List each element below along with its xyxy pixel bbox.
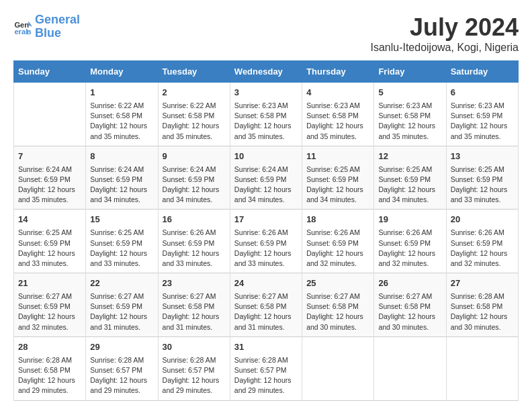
day-info: Sunrise: 6:23 AM Sunset: 6:59 PM Dayligh… xyxy=(451,101,514,142)
day-cell: 13Sunrise: 6:25 AM Sunset: 6:59 PM Dayli… xyxy=(446,146,518,210)
header-wednesday: Wednesday xyxy=(230,61,302,83)
day-cell: 8Sunrise: 6:24 AM Sunset: 6:59 PM Daylig… xyxy=(86,146,158,210)
day-number: 31 xyxy=(234,341,298,354)
day-cell: 21Sunrise: 6:27 AM Sunset: 6:59 PM Dayli… xyxy=(14,273,86,337)
day-number: 19 xyxy=(378,214,441,226)
calendar-header-row: SundayMondayTuesdayWednesdayThursdayFrid… xyxy=(14,61,519,83)
day-number: 11 xyxy=(306,150,369,163)
day-cell: 30Sunrise: 6:28 AM Sunset: 6:57 PM Dayli… xyxy=(158,336,230,400)
day-number: 9 xyxy=(163,150,226,163)
svg-text:eral: eral xyxy=(14,28,28,36)
day-info: Sunrise: 6:26 AM Sunset: 6:59 PM Dayligh… xyxy=(306,228,369,269)
day-info: Sunrise: 6:25 AM Sunset: 6:59 PM Dayligh… xyxy=(18,228,81,269)
day-info: Sunrise: 6:27 AM Sunset: 6:58 PM Dayligh… xyxy=(234,291,298,332)
day-info: Sunrise: 6:26 AM Sunset: 6:59 PM Dayligh… xyxy=(234,228,298,269)
svg-text:B: B xyxy=(27,28,32,36)
day-cell: 1Sunrise: 6:22 AM Sunset: 6:58 PM Daylig… xyxy=(86,83,158,146)
page-header: Gen eral B General Blue July 2024 Isanlu… xyxy=(13,13,519,54)
day-info: Sunrise: 6:28 AM Sunset: 6:58 PM Dayligh… xyxy=(451,291,514,332)
day-info: Sunrise: 6:28 AM Sunset: 6:58 PM Dayligh… xyxy=(18,355,81,396)
day-cell: 5Sunrise: 6:23 AM Sunset: 6:58 PM Daylig… xyxy=(374,83,446,146)
day-info: Sunrise: 6:23 AM Sunset: 6:58 PM Dayligh… xyxy=(306,101,369,142)
logo: Gen eral B General Blue xyxy=(13,13,80,40)
day-cell: 31Sunrise: 6:28 AM Sunset: 6:57 PM Dayli… xyxy=(230,336,302,400)
day-info: Sunrise: 6:25 AM Sunset: 6:59 PM Dayligh… xyxy=(378,165,441,205)
week-row-4: 21Sunrise: 6:27 AM Sunset: 6:59 PM Dayli… xyxy=(14,273,519,337)
day-cell: 4Sunrise: 6:23 AM Sunset: 6:58 PM Daylig… xyxy=(302,83,374,146)
day-info: Sunrise: 6:27 AM Sunset: 6:58 PM Dayligh… xyxy=(163,291,226,332)
week-row-2: 7Sunrise: 6:24 AM Sunset: 6:59 PM Daylig… xyxy=(14,146,519,210)
week-row-1: 1Sunrise: 6:22 AM Sunset: 6:58 PM Daylig… xyxy=(14,83,519,146)
day-number: 3 xyxy=(234,87,298,99)
day-cell: 14Sunrise: 6:25 AM Sunset: 6:59 PM Dayli… xyxy=(14,210,86,273)
day-info: Sunrise: 6:28 AM Sunset: 6:57 PM Dayligh… xyxy=(90,355,153,396)
day-info: Sunrise: 6:24 AM Sunset: 6:59 PM Dayligh… xyxy=(163,165,226,205)
day-info: Sunrise: 6:23 AM Sunset: 6:58 PM Dayligh… xyxy=(234,101,298,142)
day-cell: 27Sunrise: 6:28 AM Sunset: 6:58 PM Dayli… xyxy=(446,273,518,337)
day-cell: 25Sunrise: 6:27 AM Sunset: 6:58 PM Dayli… xyxy=(302,273,374,337)
header-tuesday: Tuesday xyxy=(158,61,230,83)
day-cell: 26Sunrise: 6:27 AM Sunset: 6:58 PM Dayli… xyxy=(374,273,446,337)
day-cell: 22Sunrise: 6:27 AM Sunset: 6:59 PM Dayli… xyxy=(86,273,158,337)
day-info: Sunrise: 6:26 AM Sunset: 6:59 PM Dayligh… xyxy=(163,228,226,269)
day-number: 6 xyxy=(451,87,514,99)
day-info: Sunrise: 6:27 AM Sunset: 6:59 PM Dayligh… xyxy=(90,291,153,332)
header-thursday: Thursday xyxy=(302,61,374,83)
logo-line2: Blue xyxy=(35,27,80,40)
day-number: 4 xyxy=(306,87,369,99)
day-cell: 12Sunrise: 6:25 AM Sunset: 6:59 PM Dayli… xyxy=(374,146,446,210)
day-cell xyxy=(302,336,374,400)
day-number: 17 xyxy=(234,214,298,226)
day-info: Sunrise: 6:24 AM Sunset: 6:59 PM Dayligh… xyxy=(234,165,298,205)
day-info: Sunrise: 6:27 AM Sunset: 6:58 PM Dayligh… xyxy=(306,291,369,332)
day-number: 12 xyxy=(378,150,441,163)
day-number: 28 xyxy=(18,341,81,354)
day-info: Sunrise: 6:28 AM Sunset: 6:57 PM Dayligh… xyxy=(234,355,298,396)
day-info: Sunrise: 6:24 AM Sunset: 6:59 PM Dayligh… xyxy=(90,165,153,205)
day-number: 26 xyxy=(378,277,441,290)
day-number: 29 xyxy=(90,341,153,354)
day-cell: 10Sunrise: 6:24 AM Sunset: 6:59 PM Dayli… xyxy=(230,146,302,210)
day-cell: 11Sunrise: 6:25 AM Sunset: 6:59 PM Dayli… xyxy=(302,146,374,210)
day-number: 18 xyxy=(306,214,369,226)
day-info: Sunrise: 6:24 AM Sunset: 6:59 PM Dayligh… xyxy=(18,165,81,205)
title-block: July 2024 Isanlu-Itedoijowa, Kogi, Niger… xyxy=(370,13,519,54)
day-cell: 7Sunrise: 6:24 AM Sunset: 6:59 PM Daylig… xyxy=(14,146,86,210)
day-info: Sunrise: 6:26 AM Sunset: 6:59 PM Dayligh… xyxy=(378,228,441,269)
logo-line1: General xyxy=(35,13,80,27)
day-cell: 19Sunrise: 6:26 AM Sunset: 6:59 PM Dayli… xyxy=(374,210,446,273)
day-number: 8 xyxy=(90,150,153,163)
day-number: 14 xyxy=(18,214,81,226)
day-number: 24 xyxy=(234,277,298,290)
day-info: Sunrise: 6:25 AM Sunset: 6:59 PM Dayligh… xyxy=(451,165,514,205)
day-info: Sunrise: 6:23 AM Sunset: 6:58 PM Dayligh… xyxy=(378,101,441,142)
day-number: 25 xyxy=(306,277,369,290)
day-cell: 28Sunrise: 6:28 AM Sunset: 6:58 PM Dayli… xyxy=(14,336,86,400)
day-cell: 15Sunrise: 6:25 AM Sunset: 6:59 PM Dayli… xyxy=(86,210,158,273)
header-friday: Friday xyxy=(374,61,446,83)
day-info: Sunrise: 6:22 AM Sunset: 6:58 PM Dayligh… xyxy=(163,101,226,142)
day-cell xyxy=(14,83,86,146)
day-number: 27 xyxy=(451,277,514,290)
day-number: 15 xyxy=(90,214,153,226)
day-info: Sunrise: 6:27 AM Sunset: 6:59 PM Dayligh… xyxy=(18,291,81,332)
day-cell: 29Sunrise: 6:28 AM Sunset: 6:57 PM Dayli… xyxy=(86,336,158,400)
day-cell: 20Sunrise: 6:26 AM Sunset: 6:59 PM Dayli… xyxy=(446,210,518,273)
header-saturday: Saturday xyxy=(446,61,518,83)
day-cell: 18Sunrise: 6:26 AM Sunset: 6:59 PM Dayli… xyxy=(302,210,374,273)
week-row-3: 14Sunrise: 6:25 AM Sunset: 6:59 PM Dayli… xyxy=(14,210,519,273)
day-number: 5 xyxy=(378,87,441,99)
day-cell: 17Sunrise: 6:26 AM Sunset: 6:59 PM Dayli… xyxy=(230,210,302,273)
day-info: Sunrise: 6:26 AM Sunset: 6:59 PM Dayligh… xyxy=(451,228,514,269)
day-cell: 2Sunrise: 6:22 AM Sunset: 6:58 PM Daylig… xyxy=(158,83,230,146)
day-number: 1 xyxy=(90,87,153,99)
day-number: 10 xyxy=(234,150,298,163)
day-info: Sunrise: 6:27 AM Sunset: 6:58 PM Dayligh… xyxy=(378,291,441,332)
day-number: 2 xyxy=(163,87,226,99)
day-info: Sunrise: 6:28 AM Sunset: 6:57 PM Dayligh… xyxy=(163,355,226,396)
day-number: 16 xyxy=(163,214,226,226)
week-row-5: 28Sunrise: 6:28 AM Sunset: 6:58 PM Dayli… xyxy=(14,336,519,400)
day-number: 30 xyxy=(163,341,226,354)
day-cell xyxy=(446,336,518,400)
day-number: 13 xyxy=(451,150,514,163)
